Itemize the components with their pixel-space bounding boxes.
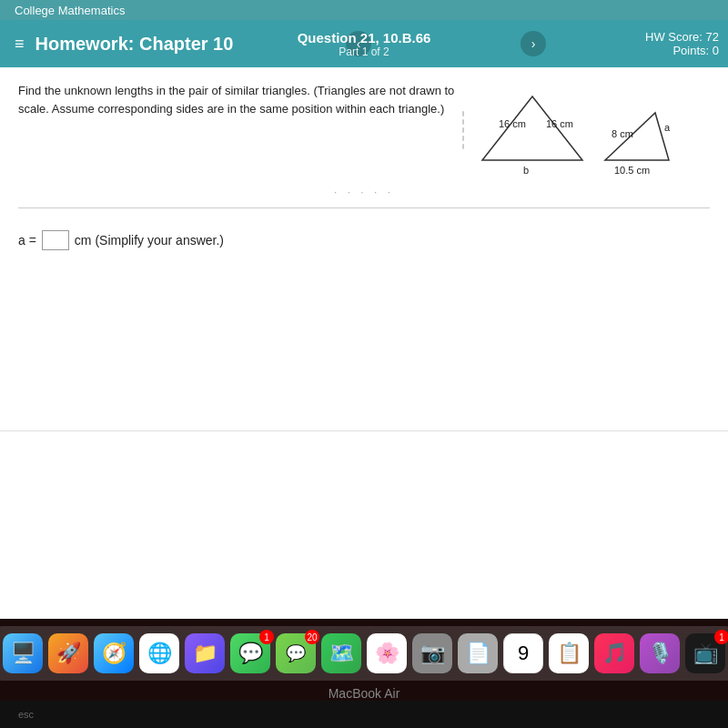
triangle2-bottom-label: 10.5 cm bbox=[614, 165, 650, 176]
triangle2-left-label: 8 cm bbox=[612, 128, 633, 139]
next-question-button[interactable]: › bbox=[521, 31, 546, 56]
triangle1-right-label: 16 cm bbox=[546, 118, 573, 129]
dock-file-manager[interactable]: 📁 bbox=[185, 633, 225, 673]
dock-files[interactable]: 📄 bbox=[458, 633, 498, 673]
triangle2-right-label: a bbox=[664, 122, 671, 133]
dock-chrome[interactable]: 🌐 bbox=[139, 633, 179, 673]
esc-key[interactable]: esc bbox=[18, 709, 34, 720]
question-number: Question 21, 10.B.66 bbox=[298, 30, 431, 46]
question-info: Question 21, 10.B.66 Part 1 of 2 bbox=[298, 30, 431, 58]
messages-badge: 1 bbox=[259, 630, 274, 644]
content-area: Find the unknown lengths in the pair of … bbox=[0, 67, 728, 431]
hw-score-text: HW Score: 72 bbox=[645, 30, 719, 44]
answer-label: a = bbox=[18, 233, 36, 248]
dock-appletv[interactable]: 📺 1 bbox=[685, 633, 725, 673]
appletv-badge: 1 bbox=[714, 630, 728, 644]
dock-calendar[interactable]: 9 bbox=[503, 633, 543, 673]
dock-photos[interactable]: 🌸 bbox=[367, 633, 407, 673]
dock-bar: 🖥️ 🚀 🧭 🌐 📁 💬 1 💬 20 🗺️ bbox=[0, 626, 728, 681]
triangles-svg: 16 cm 16 cm b 8 cm a 10.5 cm bbox=[473, 78, 701, 178]
dock-messages[interactable]: 💬 1 bbox=[230, 633, 270, 673]
keyboard-row: esc bbox=[0, 701, 728, 728]
college-header-text: College Mathematics bbox=[15, 4, 125, 17]
dock-podcasts[interactable]: 🎙️ bbox=[640, 633, 680, 673]
dock-finder[interactable]: 🖥️ bbox=[3, 633, 43, 673]
dock-launchpad[interactable]: 🚀 bbox=[48, 633, 88, 673]
college-header: College Mathematics bbox=[0, 0, 728, 20]
answer-row: a = cm (Simplify your answer.) bbox=[18, 217, 710, 259]
dock-wechat[interactable]: 💬 20 bbox=[276, 633, 316, 673]
dock-music[interactable]: 🎵 bbox=[594, 633, 634, 673]
triangles-diagram: 16 cm 16 cm b 8 cm a 10.5 cm bbox=[473, 78, 710, 182]
answer-unit: cm (Simplify your answer.) bbox=[75, 233, 224, 248]
dock-safari[interactable]: 🧭 bbox=[94, 633, 134, 673]
answer-input[interactable] bbox=[42, 230, 69, 250]
dock-camera[interactable]: 📷 bbox=[412, 633, 452, 673]
hw-score-area: HW Score: 72 Points: 0 bbox=[645, 30, 719, 57]
hamburger-menu-icon[interactable]: ≡ bbox=[15, 35, 25, 54]
problem-text: Find the unknown lengths in the pair of … bbox=[18, 82, 464, 117]
expand-dots[interactable]: · · · · · bbox=[18, 186, 710, 198]
points-text: Points: 0 bbox=[645, 44, 719, 57]
wechat-badge: 20 bbox=[305, 630, 319, 644]
dock-reminders[interactable]: 📋 bbox=[549, 633, 589, 673]
macbook-label: MacBook Air bbox=[329, 686, 400, 701]
triangle1-bottom-label: b bbox=[523, 165, 529, 176]
question-part: Part 1 of 2 bbox=[298, 46, 431, 58]
triangle1-left-label: 16 cm bbox=[499, 118, 526, 129]
main-header: ≡ Homework: Chapter 10 ‹ Question 21, 10… bbox=[0, 20, 728, 67]
homework-title: Homework: Chapter 10 bbox=[35, 34, 234, 55]
dock-maps[interactable]: 🗺️ bbox=[321, 633, 361, 673]
divider bbox=[18, 207, 710, 208]
